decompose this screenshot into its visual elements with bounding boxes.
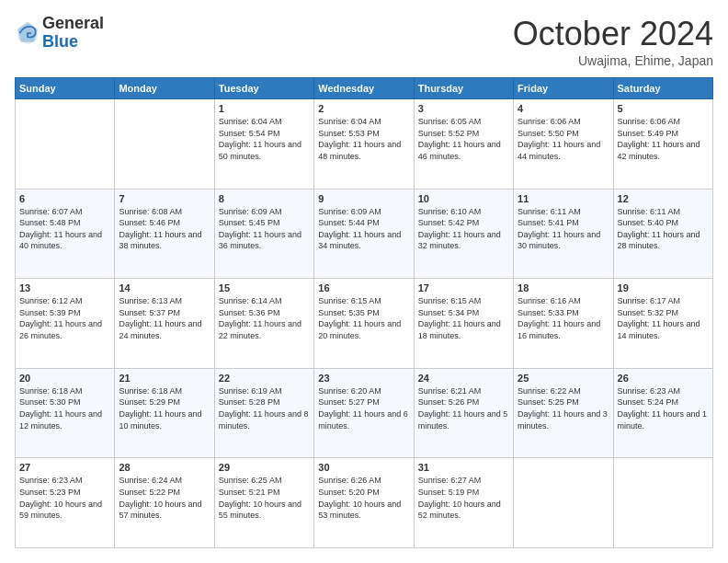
- calendar-cell: 23Sunrise: 6:20 AM Sunset: 5:27 PM Dayli…: [314, 368, 414, 458]
- day-number: 15: [219, 282, 310, 293]
- calendar-week-row: 27Sunrise: 6:23 AM Sunset: 5:23 PM Dayli…: [16, 458, 713, 548]
- weekday-header: Sunday: [16, 78, 115, 99]
- calendar-week-row: 20Sunrise: 6:18 AM Sunset: 5:30 PM Dayli…: [16, 368, 713, 458]
- day-info: Sunrise: 6:10 AM Sunset: 5:42 PM Dayligh…: [418, 206, 509, 252]
- day-info: Sunrise: 6:05 AM Sunset: 5:52 PM Dayligh…: [418, 116, 509, 162]
- day-info: Sunrise: 6:04 AM Sunset: 5:54 PM Dayligh…: [219, 116, 310, 162]
- day-info: Sunrise: 6:20 AM Sunset: 5:27 PM Dayligh…: [318, 385, 409, 431]
- calendar-cell: 17Sunrise: 6:15 AM Sunset: 5:34 PM Dayli…: [414, 279, 513, 369]
- calendar-cell: [115, 99, 214, 190]
- day-info: Sunrise: 6:07 AM Sunset: 5:48 PM Dayligh…: [19, 206, 110, 252]
- day-info: Sunrise: 6:17 AM Sunset: 5:32 PM Dayligh…: [618, 295, 709, 341]
- day-number: 26: [618, 373, 709, 384]
- title-block: October 2024 Uwajima, Ehime, Japan: [513, 15, 713, 68]
- calendar-cell: 21Sunrise: 6:18 AM Sunset: 5:29 PM Dayli…: [115, 368, 214, 458]
- day-number: 8: [219, 193, 310, 204]
- day-number: 3: [418, 103, 509, 114]
- calendar-cell: 6Sunrise: 6:07 AM Sunset: 5:48 PM Daylig…: [16, 189, 115, 279]
- day-info: Sunrise: 6:15 AM Sunset: 5:34 PM Dayligh…: [418, 295, 509, 341]
- day-number: 13: [19, 282, 110, 293]
- day-info: Sunrise: 6:11 AM Sunset: 5:41 PM Dayligh…: [518, 206, 609, 252]
- calendar-cell: 29Sunrise: 6:25 AM Sunset: 5:21 PM Dayli…: [214, 458, 313, 548]
- day-info: Sunrise: 6:23 AM Sunset: 5:24 PM Dayligh…: [618, 385, 709, 431]
- calendar-cell: 20Sunrise: 6:18 AM Sunset: 5:30 PM Dayli…: [16, 368, 115, 458]
- calendar-cell: [514, 458, 613, 548]
- day-number: 17: [418, 282, 509, 293]
- calendar-cell: 18Sunrise: 6:16 AM Sunset: 5:33 PM Dayli…: [514, 279, 613, 369]
- weekday-header: Thursday: [414, 78, 513, 99]
- day-number: 7: [119, 193, 210, 204]
- day-info: Sunrise: 6:04 AM Sunset: 5:53 PM Dayligh…: [318, 116, 409, 162]
- calendar-cell: 26Sunrise: 6:23 AM Sunset: 5:24 PM Dayli…: [613, 368, 712, 458]
- page: General Blue October 2024 Uwajima, Ehime…: [0, 0, 728, 563]
- day-number: 16: [318, 282, 409, 293]
- day-number: 5: [618, 103, 709, 114]
- day-number: 11: [518, 193, 609, 204]
- day-info: Sunrise: 6:12 AM Sunset: 5:39 PM Dayligh…: [19, 295, 110, 341]
- month-title: October 2024: [513, 15, 713, 53]
- day-info: Sunrise: 6:09 AM Sunset: 5:44 PM Dayligh…: [318, 206, 409, 252]
- calendar-cell: 4Sunrise: 6:06 AM Sunset: 5:50 PM Daylig…: [514, 99, 613, 190]
- day-number: 21: [119, 373, 210, 384]
- calendar-week-row: 1Sunrise: 6:04 AM Sunset: 5:54 PM Daylig…: [16, 99, 713, 190]
- calendar-cell: 11Sunrise: 6:11 AM Sunset: 5:41 PM Dayli…: [514, 189, 613, 279]
- calendar-cell: 2Sunrise: 6:04 AM Sunset: 5:53 PM Daylig…: [314, 99, 414, 190]
- calendar-cell: 28Sunrise: 6:24 AM Sunset: 5:22 PM Dayli…: [115, 458, 214, 548]
- weekday-header: Wednesday: [314, 78, 414, 99]
- day-number: 9: [318, 193, 409, 204]
- day-info: Sunrise: 6:27 AM Sunset: 5:19 PM Dayligh…: [418, 475, 509, 521]
- day-info: Sunrise: 6:08 AM Sunset: 5:46 PM Dayligh…: [119, 206, 210, 252]
- day-number: 31: [418, 462, 509, 473]
- day-info: Sunrise: 6:26 AM Sunset: 5:20 PM Dayligh…: [318, 475, 409, 521]
- logo-icon: [15, 20, 40, 46]
- calendar-cell: 16Sunrise: 6:15 AM Sunset: 5:35 PM Dayli…: [314, 279, 414, 369]
- calendar-cell: 13Sunrise: 6:12 AM Sunset: 5:39 PM Dayli…: [16, 279, 115, 369]
- day-number: 1: [219, 103, 310, 114]
- weekday-header: Tuesday: [214, 78, 313, 99]
- day-number: 23: [318, 373, 409, 384]
- location: Uwajima, Ehime, Japan: [513, 53, 713, 68]
- day-number: 10: [418, 193, 509, 204]
- day-info: Sunrise: 6:18 AM Sunset: 5:30 PM Dayligh…: [19, 385, 110, 431]
- day-info: Sunrise: 6:14 AM Sunset: 5:36 PM Dayligh…: [219, 295, 310, 341]
- calendar-table: SundayMondayTuesdayWednesdayThursdayFrid…: [15, 77, 713, 548]
- logo-text: General Blue: [42, 15, 104, 52]
- day-number: 27: [19, 462, 110, 473]
- calendar-cell: 9Sunrise: 6:09 AM Sunset: 5:44 PM Daylig…: [314, 189, 414, 279]
- day-number: 28: [119, 462, 210, 473]
- day-number: 4: [518, 103, 609, 114]
- calendar-cell: 30Sunrise: 6:26 AM Sunset: 5:20 PM Dayli…: [314, 458, 414, 548]
- calendar-cell: 24Sunrise: 6:21 AM Sunset: 5:26 PM Dayli…: [414, 368, 513, 458]
- calendar-cell: 15Sunrise: 6:14 AM Sunset: 5:36 PM Dayli…: [214, 279, 313, 369]
- day-number: 12: [618, 193, 709, 204]
- day-info: Sunrise: 6:25 AM Sunset: 5:21 PM Dayligh…: [219, 475, 310, 521]
- weekday-header: Monday: [115, 78, 214, 99]
- day-info: Sunrise: 6:06 AM Sunset: 5:50 PM Dayligh…: [518, 116, 609, 162]
- day-info: Sunrise: 6:22 AM Sunset: 5:25 PM Dayligh…: [518, 385, 609, 431]
- calendar-cell: 22Sunrise: 6:19 AM Sunset: 5:28 PM Dayli…: [214, 368, 313, 458]
- day-info: Sunrise: 6:24 AM Sunset: 5:22 PM Dayligh…: [119, 475, 210, 521]
- calendar-cell: [613, 458, 712, 548]
- day-info: Sunrise: 6:06 AM Sunset: 5:49 PM Dayligh…: [618, 116, 709, 162]
- day-number: 22: [219, 373, 310, 384]
- calendar-cell: [16, 99, 115, 190]
- calendar-cell: 27Sunrise: 6:23 AM Sunset: 5:23 PM Dayli…: [16, 458, 115, 548]
- day-info: Sunrise: 6:09 AM Sunset: 5:45 PM Dayligh…: [219, 206, 310, 252]
- calendar-cell: 31Sunrise: 6:27 AM Sunset: 5:19 PM Dayli…: [414, 458, 513, 548]
- calendar-cell: 5Sunrise: 6:06 AM Sunset: 5:49 PM Daylig…: [613, 99, 712, 190]
- day-number: 20: [19, 373, 110, 384]
- calendar-cell: 25Sunrise: 6:22 AM Sunset: 5:25 PM Dayli…: [514, 368, 613, 458]
- weekday-header: Friday: [514, 78, 613, 99]
- day-number: 18: [518, 282, 609, 293]
- logo-blue: Blue: [42, 33, 104, 52]
- calendar-cell: 1Sunrise: 6:04 AM Sunset: 5:54 PM Daylig…: [214, 99, 313, 190]
- calendar-cell: 12Sunrise: 6:11 AM Sunset: 5:40 PM Dayli…: [613, 189, 712, 279]
- logo-general: General: [42, 15, 104, 33]
- calendar-cell: 3Sunrise: 6:05 AM Sunset: 5:52 PM Daylig…: [414, 99, 513, 190]
- header: General Blue October 2024 Uwajima, Ehime…: [15, 15, 713, 68]
- day-number: 29: [219, 462, 310, 473]
- day-info: Sunrise: 6:13 AM Sunset: 5:37 PM Dayligh…: [119, 295, 210, 341]
- calendar-cell: 19Sunrise: 6:17 AM Sunset: 5:32 PM Dayli…: [613, 279, 712, 369]
- day-number: 14: [119, 282, 210, 293]
- day-number: 30: [318, 462, 409, 473]
